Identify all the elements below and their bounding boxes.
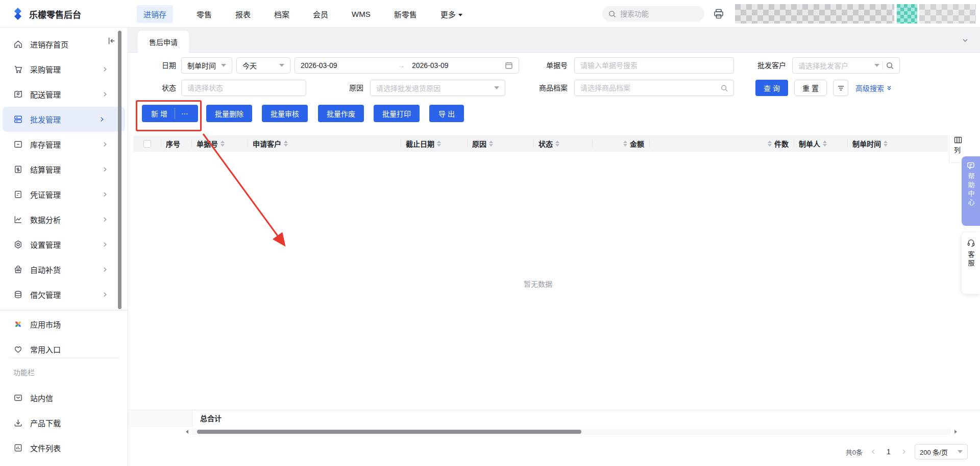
nav-item-more[interactable]: 更多 [440, 9, 462, 19]
product-input[interactable] [580, 84, 718, 92]
col-customer[interactable]: 申请客户 [248, 135, 401, 152]
select-all-checkbox[interactable] [143, 140, 151, 148]
horizontal-scrollbar-thumb[interactable] [197, 430, 581, 434]
scroll-left-arrow[interactable] [184, 429, 190, 435]
batch-print-button[interactable]: 批量打印 [374, 105, 420, 122]
sidebar-item-downloads[interactable]: 产品下载 [0, 410, 128, 435]
date-range-picker[interactable]: 2026-03-09 → 2026-03-09 [295, 57, 519, 74]
sort-icon[interactable] [768, 141, 772, 147]
col-reason[interactable]: 原因 [467, 135, 533, 152]
sidebar-item-purchase[interactable]: 采购管理 [0, 57, 128, 82]
batch-delete-button[interactable]: 批量删除 [206, 105, 252, 122]
order-no-input-wrap[interactable] [574, 57, 734, 74]
redacted-user-info [735, 4, 894, 24]
nav-item-wms[interactable]: WMS [352, 10, 371, 18]
sort-icon[interactable] [823, 141, 827, 147]
redacted-account-info [919, 4, 976, 24]
tab-bar: 售后申请 [128, 28, 980, 53]
date-type-select[interactable]: 制单时间 [181, 57, 232, 74]
col-order-no[interactable]: 单据号 [191, 135, 248, 152]
query-button[interactable]: 查 询 [755, 80, 788, 96]
col-amount[interactable]: 金额 [592, 135, 649, 152]
sidebar-collapse-icon[interactable] [107, 36, 116, 48]
sort-icon[interactable] [489, 141, 493, 147]
prev-page-icon[interactable] [870, 449, 876, 455]
scroll-right-arrow[interactable] [952, 429, 959, 435]
printer-icon[interactable] [713, 8, 725, 22]
sort-icon[interactable] [555, 141, 559, 147]
nav-item-archives[interactable]: 档案 [274, 9, 289, 19]
date-range-separator: → [394, 61, 409, 69]
tabs-collapse-icon[interactable] [962, 37, 969, 46]
sidebar-item-debt[interactable]: 借欠管理 [0, 282, 128, 307]
function-search[interactable] [602, 6, 704, 21]
sidebar-item-app-market[interactable]: 应用市场 [0, 312, 128, 337]
reason-select[interactable]: 请选择批发退货原因 [370, 80, 505, 96]
chevron-right-icon [102, 142, 108, 147]
sidebar-scrollbar[interactable] [118, 31, 121, 309]
sidebar-item-settlement[interactable]: 结算管理 [0, 157, 128, 182]
document-icon [13, 190, 23, 199]
date-from-value: 2026-03-09 [301, 61, 337, 69]
date-preset-select[interactable]: 今天 [236, 57, 290, 74]
add-more-options-button[interactable]: ⋯ [175, 109, 195, 118]
sidebar-item-analytics[interactable]: 数据分析 [0, 207, 128, 232]
add-button[interactable]: 新 增 [142, 108, 175, 119]
search-input[interactable] [620, 10, 692, 18]
order-no-input[interactable] [580, 61, 728, 69]
reset-button[interactable]: 重 置 [794, 80, 827, 96]
status-select[interactable] [181, 80, 306, 96]
help-center-tab[interactable]: 帮助中心 [962, 156, 980, 226]
col-creator[interactable]: 制单人 [794, 135, 847, 152]
chevron-right-icon [102, 292, 108, 297]
sidebar-item-wholesale[interactable]: 批发管理 [3, 107, 125, 132]
sidebar-item-messages[interactable]: 站内信 [0, 385, 128, 410]
nav-item-reports[interactable]: 报表 [235, 9, 251, 19]
add-split-button[interactable]: 新 增 ⋯ [142, 105, 198, 122]
nav-item-new-retail[interactable]: 新零售 [394, 9, 417, 19]
headset-icon [967, 239, 975, 247]
col-create-time[interactable]: 制单时间 [847, 135, 948, 152]
filter-settings-button[interactable] [833, 80, 848, 96]
customer-search-icon[interactable] [886, 62, 894, 69]
table-header: 序号 单据号 申请客户 截止日期 原因 状态 金额 件数 制单人 制单时间 [133, 135, 948, 152]
tab-after-sales[interactable]: 售后申请 [138, 31, 189, 53]
sidebar-item-files[interactable]: 文件列表 [0, 435, 128, 460]
sidebar-item-replenish[interactable]: 自动补货 [0, 257, 128, 282]
sort-icon[interactable] [884, 141, 888, 147]
advanced-search-link[interactable]: 高级搜索 [855, 80, 892, 96]
page-size-select[interactable]: 200 条/页 [915, 444, 968, 459]
sort-icon[interactable] [220, 141, 225, 147]
nav-item-inventory[interactable]: 进销存 [137, 5, 173, 23]
export-button[interactable]: 导 出 [429, 105, 464, 122]
current-page[interactable]: 1 [884, 448, 893, 456]
product-search-icon [721, 84, 728, 92]
sidebar-item-voucher[interactable]: 凭证管理 [0, 182, 128, 207]
sort-icon[interactable] [437, 141, 441, 147]
sidebar-item-stock[interactable]: 库存管理 [0, 132, 128, 157]
col-deadline[interactable]: 截止日期 [401, 135, 467, 152]
sort-icon[interactable] [623, 141, 627, 147]
customer-service-button[interactable]: 客服 [962, 232, 980, 294]
sidebar-item-delivery[interactable]: 配送管理 [0, 82, 128, 107]
col-status[interactable]: 状态 [533, 135, 592, 152]
logo-diamond-icon [11, 7, 24, 20]
file-list-icon [13, 443, 23, 453]
mail-icon [13, 393, 23, 403]
avatar[interactable] [897, 4, 917, 24]
columns-icon [954, 136, 962, 144]
next-page-icon[interactable] [901, 449, 907, 455]
batch-audit-button[interactable]: 批量审核 [262, 105, 308, 122]
caret-down-icon [874, 64, 879, 67]
product-select[interactable] [574, 80, 734, 96]
bag-icon [13, 265, 23, 274]
nav-item-retail[interactable]: 零售 [197, 9, 212, 19]
col-pieces[interactable]: 件数 [649, 135, 794, 152]
nav-item-members[interactable]: 会员 [313, 9, 328, 19]
wholesale-icon [13, 114, 23, 124]
batch-void-button[interactable]: 批量作废 [318, 105, 364, 122]
status-input[interactable] [187, 84, 300, 92]
sort-icon[interactable] [284, 141, 288, 147]
customer-select[interactable]: 请选择批发客户 [792, 57, 900, 74]
sidebar-item-settings[interactable]: 设置管理 [0, 232, 128, 257]
